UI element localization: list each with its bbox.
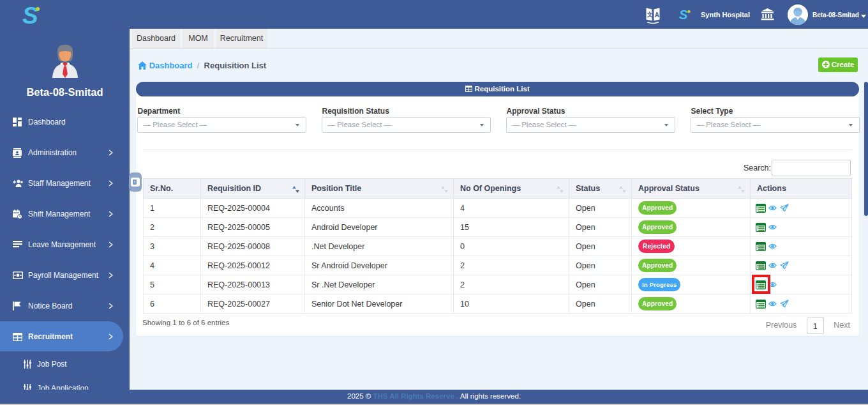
svg-text:文: 文 — [647, 11, 653, 18]
svg-text:A: A — [655, 11, 659, 19]
